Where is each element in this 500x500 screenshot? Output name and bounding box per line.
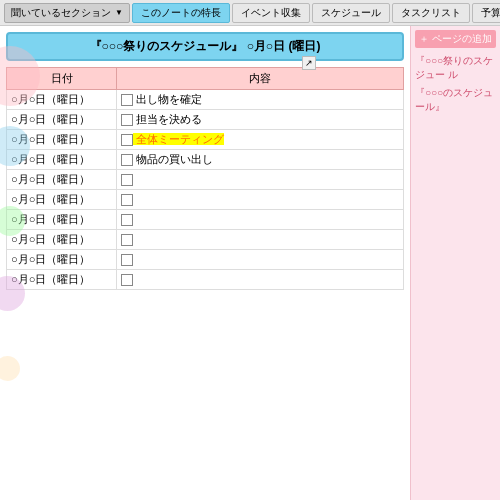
checkbox-4[interactable] (121, 174, 133, 186)
tab-schedule[interactable]: スケジュール (312, 3, 390, 23)
cell-date-7: ○月○日（曜日） (7, 230, 117, 250)
right-sidebar: ＋ ページの追加 『○○○祭りのスケジュー ル 『○○○のスケジュール』 (410, 26, 500, 500)
section-selector[interactable]: 聞いているセクション ▼ (4, 3, 130, 23)
table-row: ○月○日（曜日） (7, 230, 404, 250)
cell-content-0[interactable]: 出し物を確定 (117, 90, 404, 110)
deco-circle-5 (0, 356, 20, 381)
content-area: ↗ 『○○○祭りのスケジュール』 ○月○日 (曜日) 日付 内容 ○月○日（曜日… (0, 26, 410, 500)
checkbox-9[interactable] (121, 274, 133, 286)
table-row: ○月○日（曜日） 担当を決める (7, 110, 404, 130)
table-row: ○月○日（曜日） 物品の買い出し (7, 150, 404, 170)
checkbox-5[interactable] (121, 194, 133, 206)
table-row: ○月○日（曜日） 出し物を確定 (7, 90, 404, 110)
cell-content-1[interactable]: 担当を決める (117, 110, 404, 130)
cell-content-2[interactable]: 全体ミーティング (117, 130, 404, 150)
toolbar: 聞いているセクション ▼ このノートの特長 イベント収集 スケジュール タスクリ… (0, 0, 500, 26)
cell-content-7[interactable] (117, 230, 404, 250)
cell-content-9[interactable] (117, 270, 404, 290)
section-label: 聞いているセクション (11, 6, 111, 20)
header-content: 内容 (117, 68, 404, 90)
checkbox-6[interactable] (121, 214, 133, 226)
sidebar-item-0[interactable]: 『○○○祭りのスケジュー ル (415, 52, 496, 84)
tab-tasks[interactable]: タスクリスト (392, 3, 470, 23)
tab-notes[interactable]: このノートの特長 (132, 3, 230, 23)
cell-date-1: ○月○日（曜日） (7, 110, 117, 130)
table-row: ○月○日（曜日） (7, 250, 404, 270)
cell-content-4[interactable] (117, 170, 404, 190)
checkbox-8[interactable] (121, 254, 133, 266)
checkbox-3[interactable] (121, 154, 133, 166)
table-row: ○月○日（曜日） (7, 270, 404, 290)
table-row: ○月○日（曜日） (7, 190, 404, 210)
checkbox-0[interactable] (121, 94, 133, 106)
cell-date-4: ○月○日（曜日） (7, 170, 117, 190)
checkbox-1[interactable] (121, 114, 133, 126)
add-page-button[interactable]: ＋ ページの追加 (415, 30, 496, 48)
cell-content-3[interactable]: 物品の買い出し (117, 150, 404, 170)
sidebar-item-1[interactable]: 『○○○のスケジュール』 (415, 84, 496, 116)
cell-content-8[interactable] (117, 250, 404, 270)
content-text-1: 担当を決める (133, 113, 202, 125)
expand-icon[interactable]: ↗ (302, 56, 316, 70)
tab-budget[interactable]: 予算管理 (472, 3, 500, 23)
table-row: ○月○日（曜日） 全体ミーティング (7, 130, 404, 150)
content-text-0: 出し物を確定 (133, 93, 202, 105)
cell-content-6[interactable] (117, 210, 404, 230)
cell-date-8: ○月○日（曜日） (7, 250, 117, 270)
table-row: ○月○日（曜日） (7, 210, 404, 230)
schedule-table: 日付 内容 ○月○日（曜日） 出し物を確定○月○日（曜日） 担当を決める○月○日… (6, 67, 404, 290)
main-container: ↗ 『○○○祭りのスケジュール』 ○月○日 (曜日) 日付 内容 ○月○日（曜日… (0, 26, 500, 500)
content-text-2: 全体ミーティング (133, 133, 224, 145)
checkbox-7[interactable] (121, 234, 133, 246)
table-row: ○月○日（曜日） (7, 170, 404, 190)
page-title: 『○○○祭りのスケジュール』 ○月○日 (曜日) (6, 32, 404, 61)
expand-arrow: ↗ (305, 58, 313, 68)
section-arrow: ▼ (115, 8, 123, 17)
tab-events[interactable]: イベント収集 (232, 3, 310, 23)
checkbox-2[interactable] (121, 134, 133, 146)
cell-date-5: ○月○日（曜日） (7, 190, 117, 210)
content-text-3: 物品の買い出し (133, 153, 213, 165)
cell-content-5[interactable] (117, 190, 404, 210)
